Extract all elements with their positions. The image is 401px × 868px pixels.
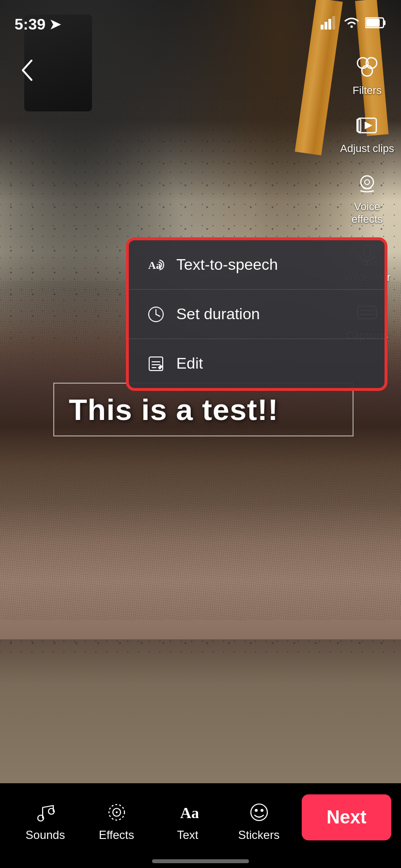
svg-line-25 — [156, 314, 160, 316]
voice-effects-button[interactable]: Voice effects — [338, 170, 396, 226]
svg-point-13 — [361, 176, 373, 188]
text-icon: Aa — [176, 800, 200, 824]
voice-effects-icon — [353, 170, 381, 198]
svg-marker-11 — [365, 122, 372, 129]
filters-icon — [353, 53, 381, 81]
svg-rect-3 — [332, 16, 335, 30]
signal-icon — [321, 16, 338, 33]
svg-rect-0 — [321, 25, 324, 30]
home-indicator — [152, 859, 249, 863]
stickers-icon — [247, 800, 271, 824]
music-note-icon — [33, 800, 58, 824]
battery-icon — [365, 16, 386, 33]
voice-effects-label: Voice effects — [338, 201, 396, 226]
svg-rect-6 — [366, 19, 380, 27]
stickers-tab[interactable]: Stickers — [223, 795, 294, 842]
adjust-clips-label: Adjust clips — [340, 142, 394, 155]
svg-rect-1 — [324, 22, 327, 30]
svg-text:Aa: Aa — [180, 804, 199, 822]
svg-rect-12 — [357, 119, 361, 132]
svg-point-14 — [365, 180, 370, 185]
svg-rect-2 — [328, 19, 331, 30]
text-label: Text — [177, 828, 198, 842]
text-to-speech-menu-item[interactable]: Aa Text-to-speech — [129, 240, 385, 290]
effects-tab[interactable]: Effects — [81, 795, 152, 842]
svg-point-38 — [261, 809, 263, 812]
adjust-clips-icon — [353, 111, 381, 140]
set-duration-icon — [146, 306, 166, 323]
svg-point-36 — [251, 804, 267, 821]
stickers-label: Stickers — [238, 828, 279, 842]
status-icons — [321, 16, 386, 33]
bottom-tabs: Sounds Effects Aa Text — [10, 795, 294, 842]
svg-text:Aa: Aa — [148, 259, 161, 271]
navigation-arrow-icon: ➤ — [49, 16, 61, 32]
text-to-speech-label: Text-to-speech — [176, 256, 278, 274]
time-display: 5:39 — [15, 16, 46, 33]
svg-rect-5 — [384, 20, 386, 25]
filters-button[interactable]: Filters — [353, 53, 382, 97]
text-to-speech-icon: Aa — [146, 256, 166, 274]
edit-menu-item[interactable]: Edit — [129, 339, 385, 388]
next-button[interactable]: Next — [302, 794, 391, 840]
svg-point-34 — [116, 811, 118, 813]
effects-label: Effects — [99, 828, 134, 842]
bottom-toolbar: Sounds Effects Aa Text — [0, 783, 401, 868]
back-button[interactable] — [10, 53, 44, 87]
set-duration-menu-item[interactable]: Set duration — [129, 290, 385, 339]
sounds-label: Sounds — [26, 828, 65, 842]
adjust-clips-button[interactable]: Adjust clips — [340, 111, 394, 155]
context-menu: Aa Text-to-speech Set duration — [126, 237, 387, 391]
edit-label: Edit — [176, 355, 203, 372]
set-duration-label: Set duration — [176, 305, 260, 323]
filters-label: Filters — [353, 84, 382, 97]
overlay-text: This is a test!! — [69, 393, 278, 426]
status-bar: 5:39 ➤ — [0, 0, 401, 39]
edit-icon — [146, 355, 166, 372]
wifi-icon — [343, 16, 360, 33]
text-tab[interactable]: Aa Text — [152, 795, 223, 842]
sounds-tab[interactable]: Sounds — [10, 795, 81, 842]
effects-icon — [105, 800, 129, 824]
svg-point-37 — [255, 809, 258, 812]
status-time: 5:39 ➤ — [15, 16, 61, 33]
